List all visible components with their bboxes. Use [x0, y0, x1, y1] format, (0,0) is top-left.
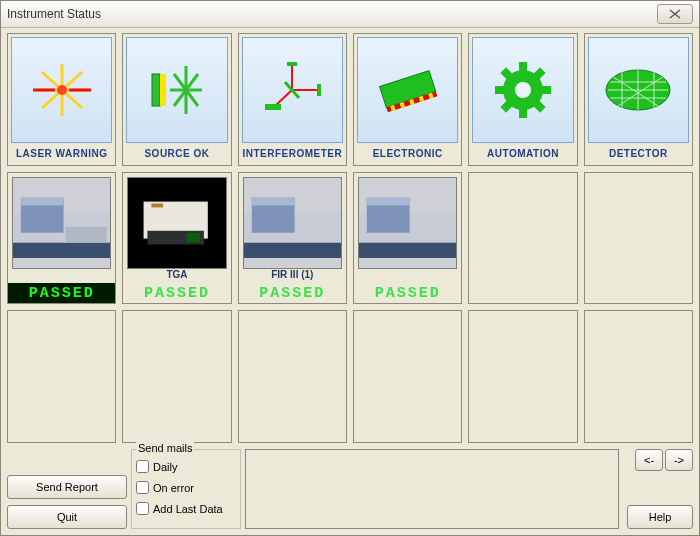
svg-rect-63	[367, 198, 410, 206]
close-button[interactable]	[657, 4, 693, 24]
svg-rect-28	[519, 62, 527, 72]
instrument-image	[12, 177, 111, 270]
quit-button[interactable]: Quit	[7, 505, 127, 529]
mail-onerror-label: On error	[153, 482, 194, 494]
instrument-name	[8, 269, 115, 283]
svg-line-15	[275, 90, 292, 106]
mail-addlast-label: Add Last Data	[153, 503, 223, 515]
interferometer-icon	[242, 37, 343, 143]
instrument-image	[127, 177, 226, 270]
svg-rect-31	[541, 86, 551, 94]
svg-rect-50	[66, 227, 107, 243]
empty-slot	[584, 310, 693, 443]
status-label: AUTOMATION	[469, 143, 576, 165]
next-button[interactable]: ->	[665, 449, 693, 471]
instrument-name	[354, 269, 461, 283]
instrument-name: FIR III (1)	[239, 269, 346, 283]
instrument-result: PASSED	[123, 283, 230, 303]
svg-rect-59	[251, 198, 294, 206]
instrument-image	[358, 177, 457, 270]
mail-onerror-row[interactable]: On error	[136, 481, 236, 494]
svg-rect-49	[21, 198, 64, 206]
svg-rect-17	[317, 84, 321, 96]
status-interferometer[interactable]: INTERFEROMETER	[238, 33, 347, 166]
svg-rect-46	[13, 242, 110, 258]
instrument-result: PASSED	[239, 283, 346, 303]
svg-rect-29	[519, 108, 527, 118]
mail-daily-label: Daily	[153, 461, 177, 473]
status-label: ELECTRONIC	[354, 143, 461, 165]
window-title: Instrument Status	[7, 7, 101, 21]
electronic-icon	[357, 37, 458, 143]
close-icon	[668, 9, 682, 19]
mail-onerror-checkbox[interactable]	[136, 481, 149, 494]
nav-buttons: <- ->	[635, 449, 693, 471]
mail-addlast-row[interactable]: Add Last Data	[136, 502, 236, 515]
empty-slot	[468, 172, 577, 305]
send-mails-legend: Send mails	[136, 442, 194, 454]
status-automation[interactable]: AUTOMATION	[468, 33, 577, 166]
instrument-slot-3[interactable]: PASSED	[353, 172, 462, 305]
status-label: LASER WARNING	[8, 143, 115, 165]
status-label: DETECTOR	[585, 143, 692, 165]
instrument-slot-1[interactable]: TGA PASSED	[122, 172, 231, 305]
svg-rect-54	[187, 233, 201, 243]
empty-slot	[584, 172, 693, 305]
status-laser[interactable]: LASER WARNING	[7, 33, 116, 166]
svg-rect-16	[287, 62, 297, 66]
automation-gear-icon	[472, 37, 573, 143]
log-output	[245, 449, 619, 529]
svg-rect-60	[359, 242, 456, 258]
send-report-button[interactable]: Send Report	[7, 475, 127, 499]
status-grid: LASER WARNING SOURCE OK	[7, 33, 693, 443]
nav-column: <- -> Help	[623, 449, 693, 529]
instrument-result: PASSED	[354, 283, 461, 303]
svg-rect-30	[495, 86, 505, 94]
svg-rect-8	[160, 74, 166, 106]
empty-slot	[468, 310, 577, 443]
bottom-panel: Send Report Quit Send mails Daily On err…	[7, 449, 693, 529]
titlebar: Instrument Status	[1, 1, 699, 28]
status-electronic[interactable]: ELECTRONIC	[353, 33, 462, 166]
empty-slot	[238, 310, 347, 443]
svg-rect-19	[265, 104, 281, 110]
svg-rect-55	[152, 204, 164, 208]
empty-slot	[7, 310, 116, 443]
empty-slot	[122, 310, 231, 443]
instrument-image	[243, 177, 342, 270]
instrument-result: PASSED	[8, 283, 115, 303]
mail-addlast-checkbox[interactable]	[136, 502, 149, 515]
status-label: INTERFEROMETER	[239, 143, 346, 165]
status-label: SOURCE OK	[123, 143, 230, 165]
detector-icon	[588, 37, 689, 143]
button-column: Send Report Quit	[7, 449, 127, 529]
client-area: LASER WARNING SOURCE OK	[1, 27, 699, 535]
svg-point-36	[515, 82, 531, 98]
prev-button[interactable]: <-	[635, 449, 663, 471]
svg-point-6	[57, 85, 67, 95]
source-ok-icon	[126, 37, 227, 143]
send-mails-group: Send mails Daily On error Add Last Data	[131, 449, 241, 529]
mail-daily-checkbox[interactable]	[136, 460, 149, 473]
empty-slot	[353, 310, 462, 443]
mail-daily-row[interactable]: Daily	[136, 460, 236, 473]
instrument-status-window: Instrument Status	[0, 0, 700, 536]
laser-warning-icon	[11, 37, 112, 143]
instrument-name: TGA	[123, 269, 230, 283]
status-source[interactable]: SOURCE OK	[122, 33, 231, 166]
svg-rect-56	[244, 242, 341, 258]
instrument-slot-0[interactable]: PASSED	[7, 172, 116, 305]
help-button[interactable]: Help	[627, 505, 693, 529]
instrument-slot-2[interactable]: FIR III (1) PASSED	[238, 172, 347, 305]
svg-rect-7	[152, 74, 160, 106]
status-detector[interactable]: DETECTOR	[584, 33, 693, 166]
